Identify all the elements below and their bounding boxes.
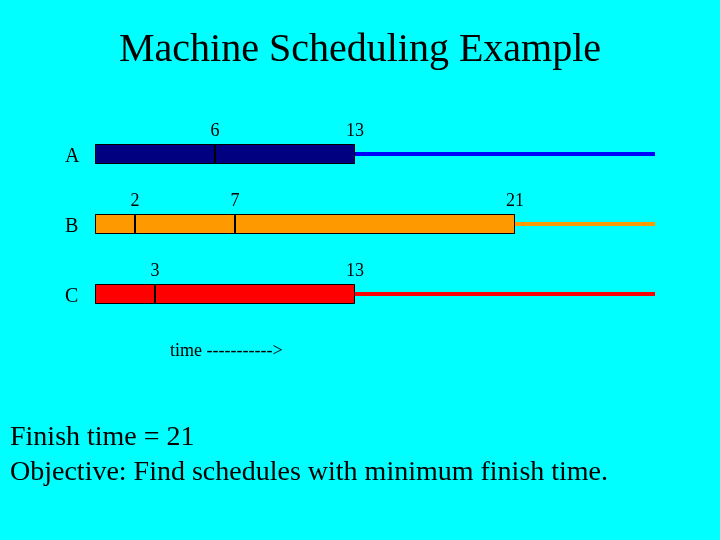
finish-time-text: Finish time = 21 xyxy=(10,420,195,452)
machine-row-b: B 2 7 21 xyxy=(95,190,655,250)
job-c1 xyxy=(95,284,155,304)
machine-label-b: B xyxy=(65,214,78,237)
job-b1 xyxy=(95,214,135,234)
objective-text: Objective: Find schedules with minimum f… xyxy=(10,455,608,487)
job-b1-end-label: 2 xyxy=(131,190,140,211)
job-c2 xyxy=(155,284,355,304)
machine-label-c: C xyxy=(65,284,78,307)
job-a2-end-label: 13 xyxy=(346,120,364,141)
job-a1 xyxy=(95,144,215,164)
job-a2 xyxy=(215,144,355,164)
job-b2-end-label: 7 xyxy=(231,190,240,211)
job-c2-end-label: 13 xyxy=(346,260,364,281)
job-b3-end-label: 21 xyxy=(506,190,524,211)
gantt-chart: A 6 13 B 2 7 21 C 3 13 xyxy=(95,120,655,330)
slide-title: Machine Scheduling Example xyxy=(0,24,720,71)
job-b2 xyxy=(135,214,235,234)
machine-row-c: C 3 13 xyxy=(95,260,655,320)
machine-row-a: A 6 13 xyxy=(95,120,655,180)
job-b3 xyxy=(235,214,515,234)
job-a1-end-label: 6 xyxy=(211,120,220,141)
slide: Machine Scheduling Example A 6 13 B 2 7 … xyxy=(0,0,720,540)
job-c1-end-label: 3 xyxy=(151,260,160,281)
machine-label-a: A xyxy=(65,144,79,167)
time-axis-label: time -----------> xyxy=(170,340,283,361)
